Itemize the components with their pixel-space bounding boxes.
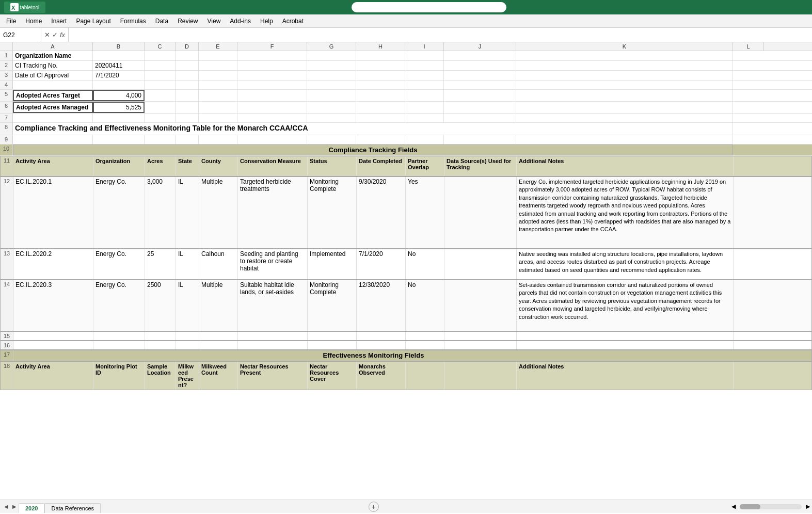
- cell-i12[interactable]: Yes: [406, 177, 444, 248]
- cell-k15[interactable]: [517, 332, 734, 340]
- cell-h9[interactable]: [356, 135, 405, 144]
- cell-j12[interactable]: [444, 177, 517, 248]
- cell-e3[interactable]: [199, 71, 237, 80]
- cell-h5[interactable]: [356, 90, 405, 101]
- cell-j5[interactable]: [444, 90, 516, 101]
- cell-d3[interactable]: [176, 71, 199, 80]
- cell-g4[interactable]: [307, 81, 356, 89]
- cell-c2[interactable]: [145, 61, 176, 70]
- cell-i15[interactable]: [406, 332, 444, 340]
- cell-b15[interactable]: [93, 332, 145, 340]
- cell-g6[interactable]: [307, 102, 356, 113]
- cell-b16[interactable]: [93, 341, 145, 349]
- function-icon[interactable]: fx: [60, 31, 65, 39]
- cell-g1[interactable]: [307, 51, 356, 60]
- cell-c6[interactable]: [145, 102, 176, 113]
- cell-h2[interactable]: [356, 61, 405, 70]
- cell-h12[interactable]: 9/30/2020: [357, 177, 406, 248]
- cell-e5[interactable]: [199, 90, 237, 101]
- cell-c13[interactable]: 25: [145, 249, 176, 279]
- search-bar[interactable]: [352, 2, 506, 12]
- cell-j13[interactable]: [444, 249, 517, 279]
- cell-j4[interactable]: [444, 81, 516, 89]
- cell-k14[interactable]: Set-asides contained transmission corrid…: [517, 280, 734, 331]
- cell-i16[interactable]: [406, 341, 444, 349]
- horizontal-scrollbar[interactable]: ◀ ▶: [731, 503, 810, 510]
- cell-h13[interactable]: 7/1/2020: [357, 249, 406, 279]
- cell-g12[interactable]: Monitoring Complete: [308, 177, 357, 248]
- cell-e2[interactable]: [199, 61, 237, 70]
- menu-data[interactable]: Data: [151, 16, 172, 26]
- cell-k4[interactable]: [516, 81, 733, 89]
- cell-k9[interactable]: [516, 135, 733, 144]
- cell-g13[interactable]: Implemented: [308, 249, 357, 279]
- confirm-icon[interactable]: ✓: [52, 31, 58, 39]
- cell-b5[interactable]: 4,000: [93, 90, 145, 101]
- cell-a1[interactable]: Organization Name: [13, 51, 93, 60]
- cell-h16[interactable]: [357, 341, 406, 349]
- cell-e16[interactable]: [199, 341, 238, 349]
- menu-help[interactable]: Help: [256, 16, 277, 26]
- name-box[interactable]: G22: [0, 28, 41, 42]
- cell-h1[interactable]: [356, 51, 405, 60]
- cell-h4[interactable]: [356, 81, 405, 89]
- cell-c9[interactable]: [145, 135, 176, 144]
- cell-j1[interactable]: [444, 51, 516, 60]
- cell-f16[interactable]: [238, 341, 308, 349]
- cell-a16[interactable]: [13, 341, 93, 349]
- cell-e4[interactable]: [199, 81, 237, 89]
- cell-h14[interactable]: 12/30/2020: [357, 280, 406, 331]
- cell-f6[interactable]: [237, 102, 307, 113]
- cell-d14[interactable]: IL: [176, 280, 199, 331]
- cell-a5[interactable]: Adopted Acres Target: [13, 90, 93, 101]
- cell-k7[interactable]: [516, 114, 733, 122]
- cell-i2[interactable]: [405, 61, 444, 70]
- tab-nav-left[interactable]: ◀: [2, 503, 10, 511]
- cell-c7[interactable]: [145, 114, 176, 122]
- cell-f13[interactable]: Seeding and planting to restore or creat…: [238, 249, 308, 279]
- cell-a13[interactable]: EC.IL.2020.2: [13, 249, 93, 279]
- cell-e12[interactable]: Multiple: [199, 177, 238, 248]
- menu-home[interactable]: Home: [21, 16, 46, 26]
- cell-a14[interactable]: EC.IL.2020.3: [13, 280, 93, 331]
- cell-a4[interactable]: [13, 81, 93, 89]
- cell-k12[interactable]: Energy Co. implemented targeted herbicid…: [517, 177, 734, 248]
- menu-formulas[interactable]: Formulas: [116, 16, 150, 26]
- cell-k5[interactable]: [516, 90, 733, 101]
- menu-addins[interactable]: Add-ins: [226, 16, 255, 26]
- cell-h7[interactable]: [356, 114, 405, 122]
- cell-b4[interactable]: [93, 81, 145, 89]
- cell-d12[interactable]: IL: [176, 177, 199, 248]
- cell-j15[interactable]: [444, 332, 517, 340]
- cell-a9[interactable]: [13, 135, 93, 144]
- cell-j9[interactable]: [444, 135, 516, 144]
- cell-c1[interactable]: [145, 51, 176, 60]
- cell-i7[interactable]: [405, 114, 444, 122]
- cell-i1[interactable]: [405, 51, 444, 60]
- cell-e9[interactable]: [199, 135, 237, 144]
- cell-k16[interactable]: [517, 341, 734, 349]
- add-sheet-button[interactable]: +: [369, 502, 379, 512]
- cell-g5[interactable]: [307, 90, 356, 101]
- cell-g15[interactable]: [308, 332, 357, 340]
- cell-g2[interactable]: [307, 61, 356, 70]
- menu-file[interactable]: File: [2, 16, 20, 26]
- cell-i6[interactable]: [405, 102, 444, 113]
- cell-i5[interactable]: [405, 90, 444, 101]
- cell-k6[interactable]: [516, 102, 733, 113]
- cell-k3[interactable]: [516, 71, 733, 80]
- cell-h6[interactable]: [356, 102, 405, 113]
- cell-d4[interactable]: [176, 81, 199, 89]
- cell-f9[interactable]: [237, 135, 307, 144]
- tab-2020[interactable]: 2020: [19, 503, 44, 513]
- cell-d1[interactable]: [176, 51, 199, 60]
- cell-g3[interactable]: [307, 71, 356, 80]
- cell-j16[interactable]: [444, 341, 517, 349]
- cancel-icon[interactable]: ✕: [44, 31, 50, 39]
- menu-insert[interactable]: Insert: [47, 16, 71, 26]
- cell-b1[interactable]: [93, 51, 145, 60]
- cell-f14[interactable]: Suitable habitat idle lands, or set-asid…: [238, 280, 308, 331]
- scroll-left-btn[interactable]: ◀: [731, 503, 736, 510]
- cell-a2[interactable]: CI Tracking No.: [13, 61, 93, 70]
- tab-nav-right[interactable]: ▶: [10, 503, 19, 511]
